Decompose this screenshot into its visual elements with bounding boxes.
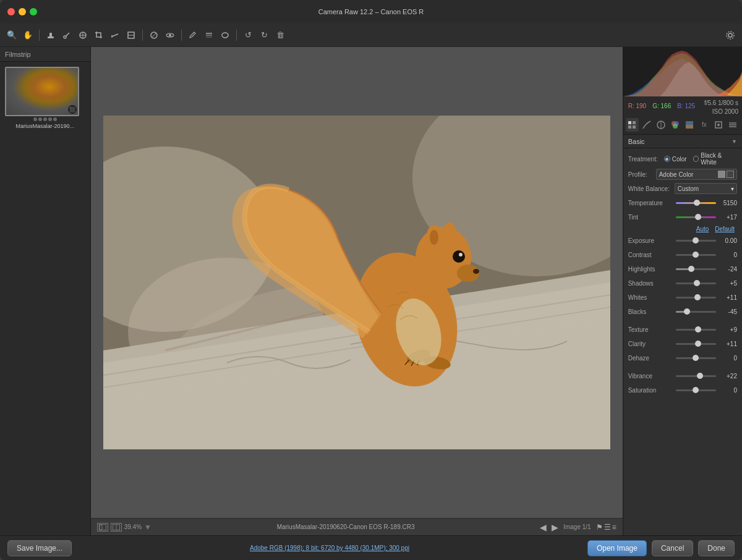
shadows-thumb[interactable]: [694, 280, 700, 286]
canvas-inner: [91, 47, 623, 518]
temperature-value: 5150: [717, 200, 737, 206]
close-button[interactable]: [7, 8, 15, 15]
contrast-track: [676, 254, 716, 256]
toolbar-sep-2: [142, 30, 143, 41]
status-icon-3[interactable]: ≡: [612, 523, 616, 532]
grid-view-icon[interactable]: [111, 523, 122, 532]
radial-filter-tool[interactable]: [218, 28, 232, 42]
file-info[interactable]: Adobe RGB (1998); 8 bit; 6720 by 4480 (3…: [250, 545, 409, 551]
clarity-track: [676, 343, 716, 345]
preferences-icon[interactable]: [723, 28, 737, 42]
rotate-left-tool[interactable]: ↺: [241, 28, 255, 42]
grid-icon-2[interactable]: [727, 171, 734, 178]
prev-image-btn[interactable]: ◀: [540, 522, 547, 532]
film-thumb-item[interactable]: ⬛ MariusMasalar-20190...: [5, 67, 85, 129]
basic-section-header[interactable]: Basic ▼: [623, 135, 742, 148]
auto-btn[interactable]: Auto: [696, 226, 709, 232]
tab-color-mixer[interactable]: [669, 118, 682, 132]
dehaze-thumb[interactable]: [693, 355, 699, 361]
save-image-button[interactable]: Save Image...: [7, 540, 72, 556]
straighten-tool[interactable]: [108, 28, 122, 42]
rotate-right-tool[interactable]: ↻: [257, 28, 271, 42]
exposure-value: 0.00: [717, 237, 737, 244]
bw-option[interactable]: Black & White: [693, 152, 737, 166]
cancel-button[interactable]: Cancel: [652, 540, 693, 556]
adjustments-panel: Basic ▼ Treatment: Color: [623, 135, 742, 535]
thumb-label: MariusMasalar-20190...: [5, 123, 85, 129]
color-radio[interactable]: [664, 156, 670, 162]
texture-label: Texture: [628, 326, 675, 333]
adj-brush-tool[interactable]: [186, 28, 200, 42]
temperature-thumb[interactable]: [694, 200, 700, 206]
graduated-filter-tool[interactable]: [202, 28, 216, 42]
image-nav: ◀ ▶ Image 1/1 ⚑ ☰ ≡: [540, 522, 616, 532]
red-eye-tool[interactable]: [163, 28, 177, 42]
next-image-btn[interactable]: ▶: [552, 522, 558, 532]
treatment-row: Treatment: Color Black & White: [628, 152, 737, 166]
vibrance-thumb[interactable]: [697, 373, 703, 379]
svg-point-63: [717, 124, 720, 126]
tint-label: Tint: [628, 214, 675, 221]
tab-fx[interactable]: fx: [697, 118, 710, 132]
blacks-thumb[interactable]: [684, 308, 690, 315]
grid-icon-1[interactable]: [718, 171, 725, 178]
texture-thumb[interactable]: [695, 326, 701, 333]
contrast-thumb[interactable]: [693, 252, 699, 258]
done-button[interactable]: Done: [698, 540, 735, 556]
vibrance-value: +22: [717, 373, 737, 380]
hand-tool[interactable]: ✋: [21, 28, 35, 42]
tab-more[interactable]: [727, 118, 740, 132]
tab-split-toning[interactable]: [683, 118, 696, 132]
status-icon-1[interactable]: ⚑: [596, 523, 603, 532]
app-title: Camera Raw 12.2 – Canon EOS R: [318, 8, 424, 15]
color-sampler-tool[interactable]: [60, 28, 74, 42]
minimize-button[interactable]: [19, 8, 26, 15]
whites-slider-area: [675, 297, 717, 299]
bw-radio[interactable]: [693, 156, 699, 162]
targeted-adj-tool[interactable]: [76, 28, 90, 42]
dot-5: [53, 117, 57, 121]
toolbar-sep-3: [181, 30, 182, 41]
exposure-thumb[interactable]: [693, 237, 699, 244]
profile-select[interactable]: Adobe Color: [656, 169, 737, 180]
spot-removal-tool[interactable]: [147, 28, 161, 42]
transform-tool[interactable]: [124, 28, 138, 42]
svg-point-39: [430, 230, 438, 245]
default-btn[interactable]: Default: [715, 226, 735, 232]
tab-basic[interactable]: [626, 118, 639, 132]
wb-value: Custom: [678, 185, 699, 192]
view-mode-icon[interactable]: [97, 523, 108, 532]
dehaze-row: Dehaze 0: [628, 352, 737, 363]
zoom-dropdown-arrow[interactable]: ▼: [144, 523, 151, 532]
tint-thumb[interactable]: [695, 214, 701, 220]
status-icon-2[interactable]: ☰: [604, 523, 611, 532]
highlights-thumb[interactable]: [688, 266, 694, 272]
tint-value: +17: [717, 214, 737, 221]
tab-hsl[interactable]: [654, 118, 667, 132]
open-image-button[interactable]: Open Image: [587, 540, 647, 556]
whites-thumb[interactable]: [694, 294, 701, 300]
film-thumbnail[interactable]: ⬛: [5, 67, 79, 116]
saturation-thumb[interactable]: [693, 387, 699, 393]
trash-tool[interactable]: 🗑: [273, 28, 287, 42]
wb-sample-tool[interactable]: [44, 28, 58, 42]
clarity-thumb[interactable]: [695, 341, 701, 347]
color-option[interactable]: Color: [664, 152, 687, 166]
highlights-label: Highlights: [628, 266, 675, 273]
highlights-slider-area: [675, 268, 717, 270]
dot-4: [48, 117, 52, 121]
crop-tool[interactable]: [92, 28, 106, 42]
window-controls[interactable]: [7, 8, 37, 15]
temperature-row: Temperature 5150: [628, 197, 737, 208]
exposure-info: f/5.6 1/800 s: [686, 99, 738, 108]
zoom-tool[interactable]: 🔍: [5, 28, 19, 42]
tab-calibration[interactable]: [712, 118, 725, 132]
maximize-button[interactable]: [30, 8, 37, 15]
tab-tone-curve[interactable]: [640, 118, 653, 132]
texture-value: +9: [717, 326, 737, 333]
svg-point-14: [169, 34, 171, 36]
wb-select[interactable]: Custom ▾: [675, 183, 737, 194]
filmstrip-header: Filmstrip: [0, 47, 90, 62]
svg-point-20: [727, 32, 734, 39]
svg-rect-60: [686, 121, 693, 125]
